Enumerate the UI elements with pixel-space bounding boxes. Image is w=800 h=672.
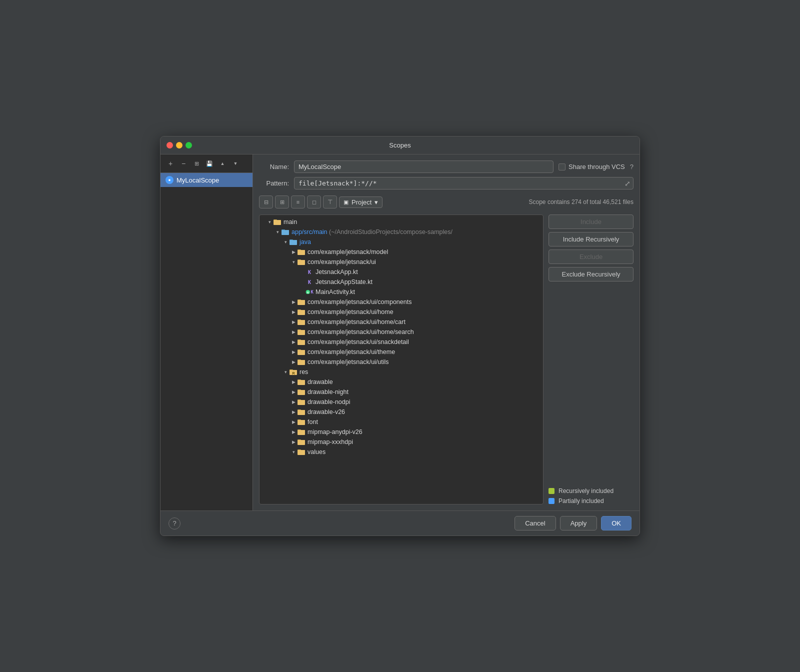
- flatten-button[interactable]: ≡: [291, 196, 305, 208]
- folder-icon-home-search: [298, 328, 306, 336]
- legend-recursively-included-box: [548, 488, 554, 494]
- help-button[interactable]: ?: [168, 518, 180, 530]
- show-included-button[interactable]: ◻: [307, 196, 321, 208]
- tree-item-font[interactable]: ▶ font: [260, 417, 543, 427]
- arrow-drawable-night[interactable]: ▶: [290, 388, 298, 396]
- folder-icon-ui: [298, 258, 306, 266]
- arrow-app-src-main[interactable]: ▾: [274, 228, 282, 236]
- ok-button[interactable]: OK: [601, 516, 632, 530]
- tree-item-home-cart[interactable]: ▶ com/example/jetsnack/ui/home/cart: [260, 317, 543, 327]
- svg-rect-25: [298, 320, 305, 324]
- expand-all-button[interactable]: ⊞: [275, 196, 289, 208]
- tree-item-home-search[interactable]: ▶ com/example/jetsnack/ui/home/search: [260, 327, 543, 337]
- tree-item-mipmap-xxxhdpi[interactable]: ▶ mipmap-xxxhdpi: [260, 437, 543, 447]
- tree-item-home-label: com/example/jetsnack/ui/home: [308, 308, 394, 316]
- tree-item-main[interactable]: ▾ main: [260, 217, 543, 227]
- tree-item-drawable-nodpi[interactable]: ▶ drawable-nodpi: [260, 397, 543, 407]
- arrow-values[interactable]: ▾: [290, 448, 298, 456]
- tree-item-mainactivity[interactable]: ▶ A K MainActivity.kt: [260, 287, 543, 297]
- tree-item-model[interactable]: ▶ com/example/jetsnack/model: [260, 247, 543, 257]
- tree-item-components[interactable]: ▶ com/example/jetsnack/ui/components: [260, 297, 543, 307]
- exclude-recursively-button[interactable]: Exclude Recursively: [548, 267, 634, 282]
- arrow-home[interactable]: ▶: [290, 308, 298, 316]
- close-button[interactable]: [166, 142, 173, 148]
- folder-icon-components: [298, 298, 306, 306]
- arrow-drawable[interactable]: ▶: [290, 378, 298, 386]
- tree-item-mipmap-anydpi-v26[interactable]: ▶ mipmap-anydpi-v26: [260, 427, 543, 437]
- name-row: Name: Share through VCS ?: [259, 160, 634, 173]
- arrow-home-cart[interactable]: ▶: [290, 318, 298, 326]
- tree-item-ui[interactable]: ▾ com/example/jetsnack/ui: [260, 257, 543, 267]
- arrow-snackdetail[interactable]: ▶: [290, 338, 298, 346]
- arrow-components[interactable]: ▶: [290, 298, 298, 306]
- move-up-button[interactable]: ▲: [216, 158, 228, 170]
- arrow-home-search[interactable]: ▶: [290, 328, 298, 336]
- svg-rect-5: [282, 230, 289, 234]
- footer-buttons: Cancel Apply OK: [514, 516, 632, 530]
- file-icon-jetsnackappstate: K: [306, 278, 314, 286]
- share-vcs-label[interactable]: Share through VCS: [558, 163, 625, 170]
- exclude-button[interactable]: Exclude: [548, 250, 634, 264]
- pattern-expand-button[interactable]: ⤢: [624, 180, 630, 188]
- folder-icon-mipmap-xxxhdpi: [298, 438, 306, 446]
- name-label: Name:: [259, 163, 289, 170]
- dialog-footer: ? Cancel Apply OK: [160, 510, 640, 536]
- tree-item-drawable-v26[interactable]: ▶ drawable-v26: [260, 407, 543, 417]
- sidebar: + − ⊞ 💾 ▲ ▼ ● MyLocalScope: [160, 154, 253, 510]
- tree-item-home-cart-label: com/example/jetsnack/ui/home/cart: [308, 318, 406, 326]
- pattern-input[interactable]: [294, 177, 634, 190]
- tree-item-jetsnackapp[interactable]: ▶ K JetsnackApp.kt: [260, 267, 543, 277]
- svg-rect-2: [274, 220, 281, 224]
- tree-item-utils[interactable]: ▶ com/example/jetsnack/ui/utils: [260, 357, 543, 367]
- arrow-font[interactable]: ▶: [290, 418, 298, 426]
- tree-item-home[interactable]: ▶ com/example/jetsnack/ui/home: [260, 307, 543, 317]
- copy-scope-button[interactable]: ⊞: [190, 158, 202, 170]
- project-dropdown[interactable]: ▣ Project ▾: [339, 196, 382, 208]
- collapse-all-button[interactable]: ⊟: [259, 196, 273, 208]
- arrow-utils[interactable]: ▶: [290, 358, 298, 366]
- arrow-drawable-v26[interactable]: ▶: [290, 408, 298, 416]
- minimize-button[interactable]: [176, 142, 182, 148]
- maximize-button[interactable]: [186, 142, 192, 148]
- arrow-drawable-nodpi[interactable]: ▶: [290, 398, 298, 406]
- arrow-ui[interactable]: ▾: [290, 258, 298, 266]
- folder-icon-app-src-main: [282, 228, 290, 236]
- tree-item-snackdetail[interactable]: ▶ com/example/jetsnack/ui/snackdetail: [260, 337, 543, 347]
- tree-item-res[interactable]: ▾ R res: [260, 367, 543, 377]
- arrow-mipmap-anydpi-v26[interactable]: ▶: [290, 428, 298, 436]
- arrow-theme[interactable]: ▶: [290, 348, 298, 356]
- include-button[interactable]: Include: [548, 214, 634, 229]
- legend-area: Recursively included Partially included: [548, 488, 634, 504]
- include-recursively-button[interactable]: Include Recursively: [548, 232, 634, 246]
- tree-item-theme[interactable]: ▶ com/example/jetsnack/ui/theme: [260, 347, 543, 357]
- tree-item-java[interactable]: ▾ java: [260, 237, 543, 247]
- apply-button[interactable]: Apply: [560, 516, 598, 530]
- arrow-main[interactable]: ▾: [266, 218, 274, 226]
- scope-icon: ●: [166, 176, 174, 184]
- tree-item-drawable[interactable]: ▶ drawable: [260, 377, 543, 387]
- tree-item-values[interactable]: ▾ values: [260, 447, 543, 457]
- add-scope-button[interactable]: +: [164, 158, 176, 170]
- save-scope-button[interactable]: 💾: [204, 158, 216, 170]
- arrow-java[interactable]: ▾: [282, 238, 290, 246]
- move-down-button[interactable]: ▼: [230, 158, 242, 170]
- filter-button[interactable]: ⊤: [323, 196, 337, 208]
- share-vcs-checkbox[interactable]: [558, 164, 566, 170]
- folder-icon-main: [274, 218, 282, 226]
- tree-panel[interactable]: ▾ main ▾ app/src/main: [259, 214, 544, 504]
- dialog-title: Scopes: [389, 142, 410, 149]
- tree-item-mipmap-anydpi-v26-label: mipmap-anydpi-v26: [308, 428, 362, 436]
- remove-scope-button[interactable]: −: [178, 158, 190, 170]
- svg-rect-14: [298, 260, 305, 264]
- sidebar-item-mylocalscope[interactable]: ● MyLocalScope: [160, 173, 252, 187]
- arrow-model[interactable]: ▶: [290, 248, 298, 256]
- tree-item-drawable-night[interactable]: ▶ drawable-night: [260, 387, 543, 397]
- arrow-mipmap-xxxhdpi[interactable]: ▶: [290, 438, 298, 446]
- name-input[interactable]: [294, 160, 554, 173]
- cancel-button[interactable]: Cancel: [514, 516, 556, 530]
- arrow-res[interactable]: ▾: [282, 368, 290, 376]
- tree-item-jetsnackappstate[interactable]: ▶ K JetsnackAppState.kt: [260, 277, 543, 287]
- share-vcs-help-icon[interactable]: ?: [630, 163, 634, 170]
- tree-item-model-label: com/example/jetsnack/model: [308, 248, 388, 256]
- tree-item-app-src-main[interactable]: ▾ app/src/main (~/AndroidStudioProjects/…: [260, 227, 543, 237]
